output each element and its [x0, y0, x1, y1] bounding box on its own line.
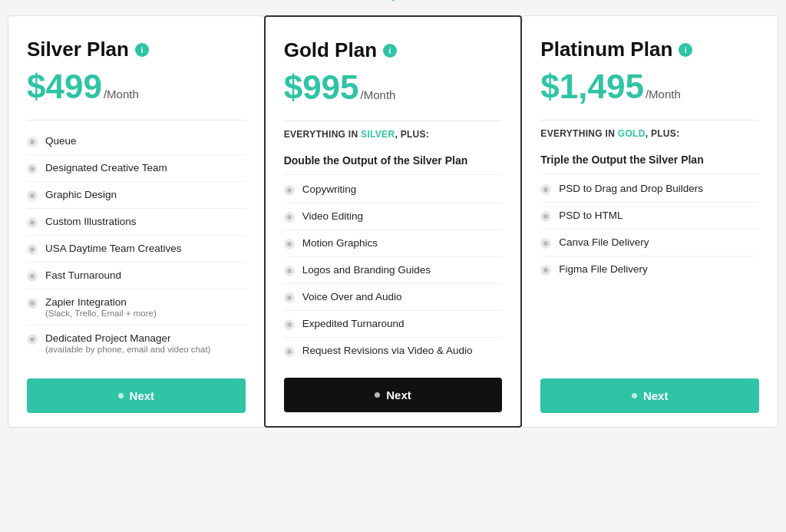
feature-text-wrap: Request Revisions via Video & Audio [302, 345, 473, 356]
feature-text-wrap: Custom Illustrations [45, 216, 137, 227]
feature-bullet [284, 239, 295, 249]
everything-in-gold: EVERYTHING IN SILVER, PLUS: [284, 129, 503, 140]
price-period-gold: /Month [361, 88, 396, 101]
feature-list-silver: Queue Designated Creative Team Graphic D… [27, 128, 246, 365]
cta-dot [632, 393, 637, 398]
plan-name-platinum: Platinum Plan i [540, 38, 759, 61]
list-item: Voice Over and Audio [284, 284, 503, 311]
bullet-inner [543, 241, 548, 246]
feature-text: Fast Turnaround [45, 269, 121, 281]
feature-bullet [284, 212, 295, 223]
price-amount-silver: $499 [27, 68, 102, 106]
feature-text: Canva File Delivery [559, 236, 649, 248]
feature-bullet [284, 292, 295, 303]
bullet-inner [30, 337, 35, 342]
list-item: PSD to HTML [540, 203, 759, 230]
feature-bullet [27, 217, 38, 228]
bullet-inner [287, 349, 292, 354]
feature-bullet [540, 238, 551, 249]
plan-ref-gold: SILVER [361, 129, 395, 140]
feature-text: Designated Creative Team [45, 162, 167, 173]
feature-bullet [284, 319, 295, 330]
bullet-inner [287, 188, 292, 193]
info-icon-gold[interactable]: i [383, 44, 397, 58]
list-item: Graphic Design [27, 182, 246, 209]
list-item: Canva File Delivery [540, 230, 759, 256]
list-item: USA Daytime Team Creatives [27, 236, 246, 263]
plan-name-text-silver: Silver Plan [27, 38, 129, 61]
feature-bullet [284, 185, 295, 196]
feature-text: USA Daytime Team Creatives [45, 243, 182, 254]
bullet-inner [287, 296, 292, 300]
feature-bullet [284, 346, 295, 357]
plan-name-silver: Silver Plan i [27, 38, 246, 61]
cta-area-silver: Next [27, 365, 246, 427]
everything-in-platinum: EVERYTHING IN GOLD, PLUS: [540, 128, 759, 139]
feature-text-wrap: Queue [45, 135, 77, 147]
feature-sub: (Slack, Trello, Email + more) [45, 309, 157, 318]
list-item: Dedicated Project Manager (available by … [27, 325, 246, 361]
feature-text-wrap: Video Editing [302, 210, 363, 222]
bullet-inner [30, 167, 35, 171]
pricing-wrapper: Silver Plan i $499 /Month Queue Designat… [8, 15, 778, 428]
feature-text: Queue [45, 135, 77, 147]
price-amount-gold: $995 [284, 68, 359, 107]
feature-text: Motion Graphics [302, 237, 378, 249]
popular-badge: POPULAR! 🐦 [355, 0, 430, 2]
cta-dot [375, 392, 380, 398]
feature-list-gold: Double the Output of the Silver Plan Cop… [284, 147, 503, 364]
list-item: Video Editing [284, 203, 503, 230]
bullet-inner [287, 269, 292, 273]
feature-bullet [27, 190, 38, 201]
feature-bullet [27, 334, 38, 345]
list-item: Triple the Output the Silver Plan [540, 147, 759, 174]
bullet-inner [30, 247, 35, 252]
plan-name-text-gold: Gold Plan [284, 38, 377, 62]
bullet-inner [30, 220, 35, 225]
feature-bullet [284, 266, 295, 276]
feature-text: Dedicated Project Manager [45, 332, 210, 344]
feature-sub: (available by phone, email and video cha… [45, 345, 210, 354]
cta-dot [118, 393, 124, 398]
feature-text: Copywriting [302, 183, 357, 195]
price-period-platinum: /Month [646, 88, 681, 101]
feature-text-wrap: Fast Turnaround [45, 269, 121, 281]
feature-text-wrap: Copywriting [302, 183, 357, 195]
cta-label-silver: Next [130, 389, 155, 402]
feature-text-wrap: Logos and Branding Guides [302, 264, 431, 276]
bullet-inner [543, 214, 548, 219]
feature-text-bold: Double the Output of the Silver Plan [284, 154, 468, 167]
divider [27, 120, 246, 121]
feature-bullet [27, 244, 38, 255]
list-item: Zapier Integration (Slack, Trello, Email… [27, 289, 246, 325]
next-button-platinum[interactable]: Next [540, 378, 759, 413]
list-item: PSD to Drag and Drop Builders [540, 176, 759, 203]
bullet-inner [30, 193, 35, 198]
badge-arrow [387, 0, 399, 2]
feature-text: Custom Illustrations [45, 216, 137, 227]
feature-text-wrap: Canva File Delivery [559, 236, 649, 248]
feature-bullet [27, 271, 38, 282]
divider [284, 121, 503, 121]
bullet-inner [543, 268, 548, 273]
list-item: Motion Graphics [284, 230, 503, 257]
next-button-gold[interactable]: Next [284, 378, 503, 412]
feature-text: Figma File Delivery [559, 263, 648, 275]
plan-price-platinum: $1,495 /Month [540, 68, 759, 106]
cta-area-platinum: Next [540, 365, 759, 427]
plan-card-gold: POPULAR! 🐦 Gold Plan i $995 /Month EVERY… [264, 15, 523, 428]
list-item: Expedited Turnaround [284, 311, 503, 338]
price-period-silver: /Month [104, 88, 139, 101]
feature-text-wrap: Motion Graphics [302, 237, 378, 249]
feature-bullet [540, 265, 551, 276]
list-item: Double the Output of the Silver Plan [284, 147, 503, 175]
info-icon-platinum[interactable]: i [679, 43, 692, 57]
feature-text: Graphic Design [45, 189, 117, 200]
plan-ref-platinum: GOLD [618, 128, 646, 139]
feature-text-wrap: Double the Output of the Silver Plan [284, 154, 468, 167]
feature-text: Video Editing [302, 210, 363, 222]
info-icon-silver[interactable]: i [135, 43, 149, 57]
next-button-silver[interactable]: Next [27, 378, 246, 413]
feature-text: Zapier Integration [45, 296, 157, 308]
list-item: Logos and Branding Guides [284, 257, 503, 284]
